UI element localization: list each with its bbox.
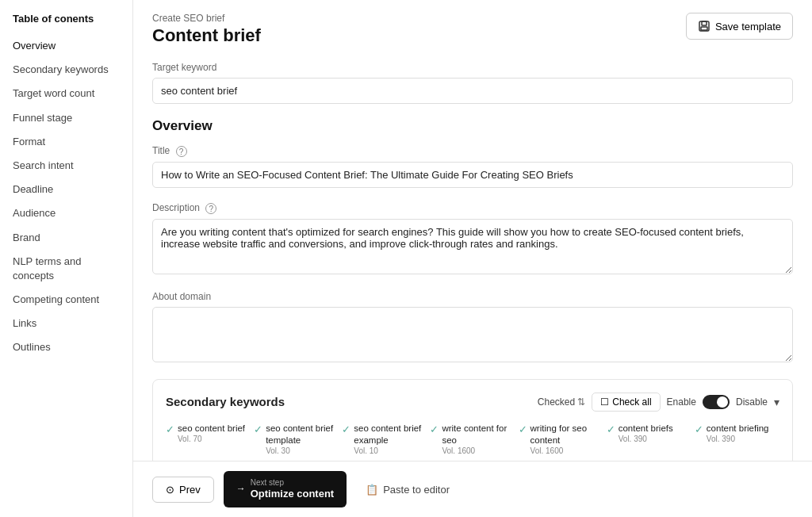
prev-icon: ⊙	[166, 484, 174, 496]
keyword-grid: ✓seo content briefVol. 70✓seo content br…	[166, 423, 779, 461]
description-info-icon: ?	[205, 203, 216, 214]
check-all-button[interactable]: ☐ Check all	[592, 393, 660, 412]
sidebar-item-funnel-stage[interactable]: Funnel stage	[0, 106, 132, 130]
keyword-volume: Vol. 390	[619, 435, 673, 443]
keyword-volume: Vol. 10	[354, 446, 427, 455]
page-subtitle: Create SEO brief	[152, 13, 261, 24]
description-input[interactable]: Are you writing content that's optimized…	[152, 219, 793, 274]
keyword-text: content briefing	[707, 423, 769, 435]
keyword-volume: Vol. 1600	[442, 446, 515, 455]
about-domain-input[interactable]	[152, 307, 793, 362]
title-label: Title ?	[152, 145, 793, 157]
sidebar-item-competing-content[interactable]: Competing content	[0, 288, 132, 312]
toggle-thumb	[717, 396, 728, 408]
keyword-check-icon: ✓	[166, 423, 174, 435]
sidebar-item-nlp-terms-and-concepts[interactable]: NLP terms and concepts	[0, 250, 132, 288]
top-bar: Create SEO brief Content brief Save temp…	[152, 13, 793, 46]
page-meta: Create SEO brief Content brief	[152, 13, 261, 46]
title-field-group: Title ?	[152, 145, 793, 188]
svg-rect-1	[702, 21, 707, 25]
keyword-volume: Vol. 30	[266, 446, 339, 455]
sidebar-title: Table of conents	[0, 13, 132, 34]
description-field-group: Description ? Are you writing content th…	[152, 202, 793, 277]
keyword-item[interactable]: ✓content briefingVol. 390	[695, 423, 779, 455]
description-label: Description ?	[152, 202, 793, 214]
keyword-check-icon: ✓	[695, 423, 703, 435]
target-keyword-label: Target keyword	[152, 62, 793, 73]
keyword-item[interactable]: ✓seo content brief templateVol. 30	[254, 423, 339, 455]
keyword-item[interactable]: ✓writing for seo contentVol. 1600	[519, 423, 603, 455]
expand-button[interactable]: ▾	[774, 396, 779, 408]
keyword-item[interactable]: ✓seo content briefVol. 70	[166, 423, 251, 455]
target-keyword-group: Target keyword	[152, 62, 793, 104]
svg-rect-2	[701, 27, 707, 30]
keyword-text: writing for seo content	[530, 423, 603, 446]
bottom-bar: ⊙ Prev → Next step Optimize content 📋 Pa…	[133, 461, 812, 517]
overview-section: Overview Title ? Description ? Are you w…	[152, 118, 793, 365]
prev-button[interactable]: ⊙ Prev	[152, 477, 214, 503]
paste-to-editor-button[interactable]: 📋 Paste to editor	[356, 477, 459, 502]
save-icon	[698, 20, 710, 33]
secondary-keywords-section: Secondary keywords Checked ⇅ ☐ Check all…	[152, 379, 793, 461]
page-title: Content brief	[152, 25, 261, 46]
sidebar-item-secondary-keywords[interactable]: Secondary keywords	[0, 58, 132, 82]
sidebar-item-audience[interactable]: Audience	[0, 201, 132, 225]
disable-label: Disable	[736, 396, 768, 408]
keyword-check-icon: ✓	[254, 423, 262, 435]
next-arrow-icon: →	[236, 483, 246, 496]
target-keyword-input[interactable]	[152, 78, 793, 104]
keyword-text: seo content brief	[178, 423, 245, 435]
sidebar-item-outlines[interactable]: Outlines	[0, 335, 132, 359]
sidebar-item-target-word-count[interactable]: Target word count	[0, 82, 132, 105]
keyword-check-icon: ✓	[430, 423, 439, 435]
enable-label: Enable	[667, 396, 696, 408]
keyword-item[interactable]: ✓content briefsVol. 390	[607, 423, 691, 455]
sidebar-item-search-intent[interactable]: Search intent	[0, 154, 132, 178]
keyword-text: seo content brief example	[354, 423, 427, 446]
next-button[interactable]: → Next step Optimize content	[224, 471, 347, 507]
save-template-label: Save template	[715, 21, 781, 33]
sidebar-item-links[interactable]: Links	[0, 312, 132, 335]
keyword-text: seo content brief template	[266, 423, 339, 446]
next-step-label: Next step	[251, 477, 284, 488]
keyword-text: write content for seo	[442, 423, 515, 446]
keyword-volume: Vol. 1600	[530, 446, 603, 455]
sidebar-item-deadline[interactable]: Deadline	[0, 178, 132, 201]
keywords-section-title: Secondary keywords	[166, 395, 285, 408]
enable-disable-toggle[interactable]	[703, 395, 730, 409]
keyword-check-icon: ✓	[607, 423, 615, 435]
next-main-label: Optimize content	[251, 488, 334, 501]
keyword-check-icon: ✓	[342, 423, 350, 435]
keywords-controls: Checked ⇅ ☐ Check all Enable Disable ▾	[538, 393, 779, 412]
keyword-item[interactable]: ✓write content for seoVol. 1600	[430, 423, 515, 455]
save-template-button[interactable]: Save template	[686, 13, 793, 40]
about-domain-label: About domain	[152, 291, 793, 302]
sidebar-item-overview[interactable]: Overview	[0, 34, 132, 58]
check-icon: ☐	[600, 396, 609, 408]
sort-icon: ⇅	[577, 396, 585, 408]
keyword-volume: Vol. 70	[178, 435, 245, 443]
keyword-text: content briefs	[619, 423, 673, 435]
keyword-volume: Vol. 390	[707, 435, 769, 443]
checked-label: Checked ⇅	[538, 396, 585, 408]
main-content: Create SEO brief Content brief Save temp…	[133, 0, 812, 461]
sidebar: Table of conents OverviewSecondary keywo…	[0, 0, 133, 517]
sidebar-item-brand[interactable]: Brand	[0, 226, 132, 250]
title-input[interactable]	[152, 162, 793, 188]
keyword-item[interactable]: ✓seo content brief exampleVol. 10	[342, 423, 427, 455]
title-info-icon: ?	[176, 146, 187, 157]
keywords-header: Secondary keywords Checked ⇅ ☐ Check all…	[166, 393, 779, 412]
sidebar-item-format[interactable]: Format	[0, 130, 132, 154]
keyword-check-icon: ✓	[519, 423, 527, 435]
about-domain-field-group: About domain	[152, 291, 793, 365]
overview-title: Overview	[152, 118, 793, 134]
paste-icon: 📋	[366, 484, 378, 496]
